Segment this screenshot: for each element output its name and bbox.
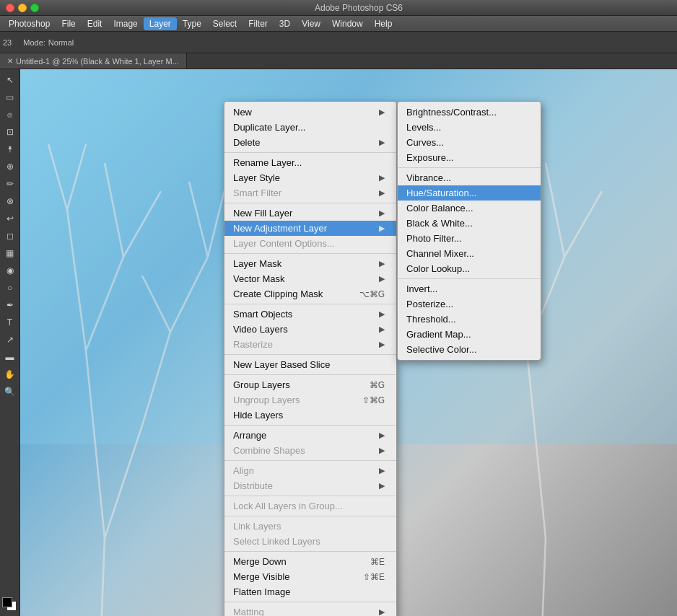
menu-create-clipping-mask[interactable]: Create Clipping Mask ⌥⌘G <box>224 286 396 302</box>
zoom-tool[interactable]: 🔍 <box>2 384 18 400</box>
menu-filter[interactable]: Filter <box>243 17 274 30</box>
menu-select[interactable]: Select <box>207 17 243 30</box>
submenu-channel-mixer[interactable]: Channel Mixer... <box>398 246 541 261</box>
pen-tool[interactable]: ✒ <box>2 297 18 313</box>
menu-new-fill-layer[interactable]: New Fill Layer ▶ <box>224 206 396 221</box>
menu-flatten-label: Flatten Image <box>233 586 291 597</box>
traffic-lights[interactable] <box>6 4 39 12</box>
menu-smart-objects[interactable]: Smart Objects ▶ <box>224 307 396 322</box>
menu-merge-down-label: Merge Down <box>233 556 287 567</box>
menu-video-layers-arrow: ▶ <box>379 325 385 334</box>
menu-help[interactable]: Help <box>369 17 398 30</box>
menu-file[interactable]: File <box>56 17 81 30</box>
menu-vector-mask[interactable]: Vector Mask ▶ <box>224 271 396 286</box>
canvas-area: New ▶ Duplicate Layer... Delete ▶ Rename… <box>20 69 677 616</box>
submenu-levels[interactable]: Levels... <box>398 120 541 135</box>
sep2 <box>224 203 396 203</box>
menu-merge-down-shortcut: ⌘E <box>370 557 385 567</box>
lasso-tool[interactable]: ⌾ <box>2 107 18 123</box>
submenu-gradient-map-label: Gradient Map... <box>406 329 471 340</box>
foreground-color-swatch[interactable] <box>2 597 12 607</box>
minimize-button[interactable] <box>18 4 27 12</box>
text-tool[interactable]: T <box>2 314 18 330</box>
path-selection-tool[interactable]: ↗ <box>2 332 18 348</box>
selection-tool[interactable]: ▭ <box>2 89 18 105</box>
menu-smart-objects-label: Smart Objects <box>233 309 292 320</box>
history-tool[interactable]: ↩ <box>2 211 18 226</box>
color-swatches[interactable] <box>2 597 18 612</box>
menu-arrange[interactable]: Arrange ▶ <box>224 428 396 443</box>
submenu-photo-filter[interactable]: Photo Filter... <box>398 231 541 246</box>
submenu-curves[interactable]: Curves... <box>398 135 541 150</box>
menu-hide-layers[interactable]: Hide Layers <box>224 408 396 423</box>
submenu-gradient-map[interactable]: Gradient Map... <box>398 327 541 342</box>
close-tab-icon[interactable]: ✕ <box>7 57 13 65</box>
submenu-photo-filter-label: Photo Filter... <box>406 233 462 244</box>
gradient-tool[interactable]: ▦ <box>2 245 18 261</box>
submenu-vibrance[interactable]: Vibrance... <box>398 170 541 185</box>
menu-arrange-label: Arrange <box>233 430 266 441</box>
submenu-exposure[interactable]: Exposure... <box>398 150 541 165</box>
left-toolbar: ↖ ▭ ⌾ ⊡ 🖈 ⊕ ✏ ⊗ ↩ ◻ ▦ ◉ ○ ✒ T ↗ ▬ ✋ 🔍 <box>0 69 20 616</box>
close-button[interactable] <box>6 4 14 12</box>
tab-bar: ✕ Untitled-1 @ 25% (Black & White 1, Lay… <box>0 53 677 69</box>
hand-tool[interactable]: ✋ <box>2 366 18 382</box>
menu-new-layer-based-slice[interactable]: New Layer Based Slice <box>224 357 396 372</box>
eraser-tool[interactable]: ◻ <box>2 228 18 244</box>
menu-edit[interactable]: Edit <box>82 17 108 30</box>
menu-duplicate-layer[interactable]: Duplicate Layer... <box>224 120 396 135</box>
submenu-selective-color[interactable]: Selective Color... <box>398 342 541 357</box>
menu-layer-style[interactable]: Layer Style ▶ <box>224 170 396 185</box>
submenu-color-lookup[interactable]: Color Lookup... <box>398 261 541 276</box>
menu-rename-layer[interactable]: Rename Layer... <box>224 155 396 170</box>
document-tab[interactable]: ✕ Untitled-1 @ 25% (Black & White 1, Lay… <box>0 53 187 69</box>
menu-view[interactable]: View <box>296 17 326 30</box>
clone-tool[interactable]: ⊗ <box>2 193 18 209</box>
submenu-hue-saturation[interactable]: Hue/Saturation... <box>398 185 541 201</box>
blur-tool[interactable]: ◉ <box>2 263 18 278</box>
menu-type[interactable]: Type <box>177 17 207 30</box>
menu-new-adjustment-layer[interactable]: New Adjustment Layer ▶ <box>224 221 396 236</box>
menu-merge-visible[interactable]: Merge Visible ⇧⌘E <box>224 569 396 584</box>
menu-video-layers[interactable]: Video Layers ▶ <box>224 322 396 337</box>
sep3 <box>224 253 396 254</box>
menu-delete[interactable]: Delete ▶ <box>224 135 396 150</box>
submenu-invert[interactable]: Invert... <box>398 281 541 296</box>
menu-image[interactable]: Image <box>108 17 143 30</box>
brush-tool[interactable]: ✏ <box>2 176 18 192</box>
sep5 <box>224 354 396 355</box>
submenu-threshold[interactable]: Threshold... <box>398 312 541 327</box>
menu-window[interactable]: Window <box>326 17 369 30</box>
menu-layer[interactable]: Layer <box>144 17 177 30</box>
menu-duplicate-label: Duplicate Layer... <box>233 122 305 133</box>
menu-distribute: Distribute ▶ <box>224 478 396 493</box>
menu-photoshop[interactable]: Photoshop <box>3 17 56 30</box>
title-bar: Adobe Photoshop CS6 <box>0 0 677 16</box>
menu-layer-mask-label: Layer Mask <box>233 258 281 269</box>
menu-hide-label: Hide Layers <box>233 410 283 421</box>
submenu-posterize[interactable]: Posterize... <box>398 296 541 312</box>
submenu-color-balance[interactable]: Color Balance... <box>398 201 541 216</box>
menu-flatten-image[interactable]: Flatten Image <box>224 584 396 599</box>
sep7 <box>224 425 396 426</box>
sep10 <box>224 516 396 516</box>
healing-tool[interactable]: ⊕ <box>2 159 18 175</box>
move-tool[interactable]: ↖ <box>2 72 18 88</box>
menu-layer-mask[interactable]: Layer Mask ▶ <box>224 256 396 271</box>
menu-merge-down[interactable]: Merge Down ⌘E <box>224 554 396 569</box>
menu-merge-visible-label: Merge Visible <box>233 571 290 582</box>
brush-size-label: 23 <box>3 38 12 47</box>
menu-3d[interactable]: 3D <box>274 17 296 30</box>
menu-group-layers[interactable]: Group Layers ⌘G <box>224 377 396 392</box>
eyedropper-tool[interactable]: 🖈 <box>2 141 18 157</box>
submenu-color-lookup-label: Color Lookup... <box>406 263 470 274</box>
shape-tool[interactable]: ▬ <box>2 349 18 365</box>
crop-tool[interactable]: ⊡ <box>2 124 18 140</box>
submenu-brightness-contrast[interactable]: Brightness/Contrast... <box>398 105 541 120</box>
menu-smart-filter: Smart Filter ▶ <box>224 185 396 201</box>
maximize-button[interactable] <box>30 4 39 12</box>
menu-rasterize-label: Rasterize <box>233 339 273 350</box>
dodge-tool[interactable]: ○ <box>2 280 18 296</box>
menu-new[interactable]: New ▶ <box>224 105 396 120</box>
submenu-black-white[interactable]: Black & White... <box>398 216 541 231</box>
